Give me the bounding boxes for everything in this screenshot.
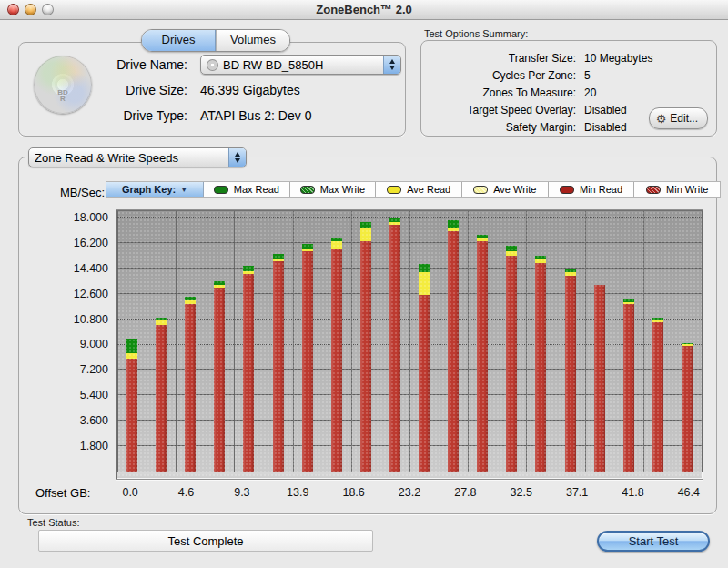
option-label: Safety Margin: [421,121,576,134]
edit-options-button[interactable]: ⚙ Edit... [649,107,708,129]
y-tick-label: 10.800 [32,312,108,327]
legend-item-max-read[interactable]: Max Read [204,182,290,197]
popup-stepper-icon[interactable] [383,56,400,74]
gridline [117,420,702,421]
drive-info: Drive Name: BD RW BD_5850H Drive Size: 4… [101,52,401,128]
test-status-box: Test Complete [38,530,373,552]
drive-name-value: BD RW BD_5850H [223,58,323,72]
min-read-segment [682,346,693,472]
legend-item-label: Ave Write [493,184,536,195]
legend-item-min-read[interactable]: Min Read [549,182,635,197]
min-read-segment [652,322,663,472]
graph-key-label: Graph Key: [122,184,176,195]
zone-bar [214,211,225,472]
chart-baseline [117,472,702,478]
option-label: Target Speed Overlay: [421,104,576,117]
x-tick-label: 13.9 [287,486,308,499]
max-read-segment [273,254,284,259]
ave-read-segment [652,320,663,322]
ave-read-segment [302,248,313,251]
vertical-gridline [526,211,527,472]
x-tick-label: 9.3 [234,486,249,499]
zone-bar [448,211,459,472]
legend-item-ave-write[interactable]: Ave Write [462,182,549,197]
max-read-segment [243,266,254,271]
max-read-segment [565,269,576,273]
graph-key-button[interactable]: Graph Key: ▼ [106,182,204,197]
test-options-title: Test Options Summary: [424,28,528,39]
max-read-segment [331,238,342,241]
popup-stepper-icon[interactable] [228,148,246,167]
legend-item-label: Min Write [666,184,708,195]
vertical-gridline [293,211,294,472]
y-tick-label: 1.800 [32,439,108,453]
max-read-segment [535,256,546,259]
y-axis-ticks: 1.8003.6005.4007.2009.00010.80012.60014.… [32,209,108,480]
drive-name-select[interactable]: BD RW BD_5850H [200,55,401,75]
min-read-segment [565,276,576,472]
mini-disc-icon [207,59,218,71]
ave-read-segment [360,228,371,241]
min-read-segment [506,256,517,472]
window-titlebar[interactable]: ZoneBench™ 2.0 [0,0,728,20]
max-read-segment [185,297,196,301]
legend-item-label: Max Read [234,184,279,195]
x-tick-label: 32.5 [511,486,532,499]
y-tick-label: 7.200 [32,362,108,377]
y-axis-title: MB/Sec: [35,186,105,199]
zone-bar [302,211,313,472]
min-read-segment [156,325,167,472]
vertical-gridline [351,211,352,472]
disc-label: BD R [55,89,71,102]
vertical-gridline [702,211,703,472]
max-read-segment [126,339,137,353]
option-value: Disabled [584,104,627,117]
min-read-segment [535,263,546,472]
min-read-segment [243,274,254,472]
ave-read-segment [273,259,284,261]
legend-swatch-icon [560,186,574,194]
legend-item-ave-read[interactable]: Ave Read [376,182,462,197]
drive-name-row: Drive Name: BD RW BD_5850H [101,52,401,77]
x-tick-label: 4.6 [178,486,194,499]
vertical-gridline [585,211,586,472]
gridline [117,394,702,395]
option-value: 20 [584,86,596,99]
tab-bar: Drives Volumes [141,29,290,52]
min-read-segment [623,304,634,472]
window-content: Drives Volumes BD R Drive Name: BD RW BD… [0,20,728,568]
max-read-segment [419,264,430,272]
x-tick-label: 18.6 [342,486,364,499]
legend-item-max-write[interactable]: Max Write [290,182,377,197]
tab-volumes[interactable]: Volumes [216,30,289,51]
min-read-segment [185,304,196,472]
vertical-gridline [176,211,177,472]
drive-size-label: Drive Size: [101,83,187,97]
ave-read-segment [535,259,546,263]
zone-bar [594,211,605,472]
x-tick-label: 0.0 [122,486,137,499]
min-read-segment [594,285,605,472]
zone-bar [243,211,254,472]
max-read-segment [448,220,459,228]
chart-plot-area [117,211,702,472]
min-read-segment [389,225,400,472]
legend-item-min-write[interactable]: Min Write [634,182,720,197]
start-test-button[interactable]: Start Test [597,531,710,552]
min-read-segment [126,359,137,472]
gear-icon: ⚙ [656,113,667,125]
zone-bar [565,211,576,472]
vertical-gridline [117,211,118,472]
min-read-segment [214,288,225,472]
drive-type-label: Drive Type: [101,108,187,123]
tab-drives[interactable]: Drives [142,30,216,51]
option-label: Zones To Measure: [421,86,576,99]
min-read-segment [302,251,313,472]
chart-mode-select[interactable]: Zone Read & Write Speeds [28,147,247,167]
zone-bar [506,211,517,472]
zone-bar [652,211,663,472]
gridline [117,242,702,243]
drive-size-row: Drive Size: 46.399 Gigabytes [101,77,401,103]
y-tick-label: 9.000 [32,337,108,351]
gridline [117,217,702,218]
